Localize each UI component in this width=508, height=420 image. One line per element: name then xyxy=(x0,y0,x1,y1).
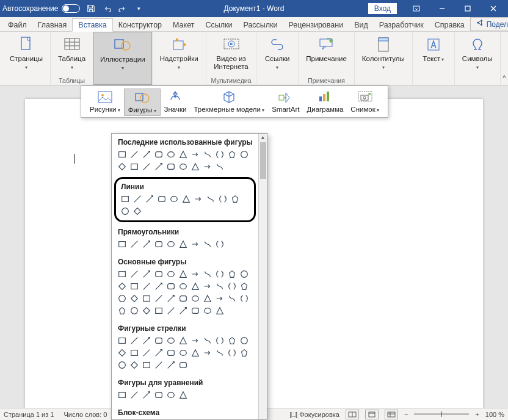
headerfooter-button[interactable]: Колонтитулы xyxy=(360,34,407,78)
shape-item[interactable] xyxy=(178,161,189,172)
shape-item[interactable] xyxy=(165,269,176,280)
page-indicator[interactable]: Страница 1 из 1 xyxy=(4,411,54,418)
3dmodels-button[interactable]: Трехмерные модели xyxy=(190,89,268,116)
shape-item[interactable] xyxy=(202,269,213,280)
shape-item[interactable] xyxy=(190,161,201,172)
qat-dropdown-icon[interactable]: ▾ xyxy=(134,4,143,13)
shape-item[interactable] xyxy=(178,335,189,346)
shape-item[interactable] xyxy=(117,360,128,371)
shape-item[interactable] xyxy=(153,293,164,304)
shape-item[interactable] xyxy=(165,347,176,358)
zoom-slider[interactable] xyxy=(414,413,469,415)
ribbon-display-icon[interactable] xyxy=(404,0,429,17)
shape-item[interactable] xyxy=(153,335,164,346)
shape-item[interactable] xyxy=(239,293,250,304)
shape-item[interactable] xyxy=(190,305,201,316)
links-button[interactable]: Ссылки xyxy=(261,34,293,78)
shape-item[interactable] xyxy=(129,347,140,358)
tab-insert[interactable]: Вставка xyxy=(72,18,112,32)
zoom-out-button[interactable]: − xyxy=(404,411,408,418)
shape-item[interactable] xyxy=(117,149,128,160)
shape-item[interactable] xyxy=(214,347,225,358)
shape-item[interactable] xyxy=(153,389,164,400)
shape-item[interactable] xyxy=(190,239,201,250)
shape-item[interactable] xyxy=(227,281,238,292)
shape-item[interactable] xyxy=(129,335,140,346)
read-mode-button[interactable] xyxy=(346,410,359,419)
shape-item[interactable] xyxy=(214,161,225,172)
shape-item[interactable] xyxy=(129,269,140,280)
shape-item[interactable] xyxy=(117,239,128,250)
symbols-button[interactable]: Символы xyxy=(460,34,495,78)
close-button[interactable] xyxy=(481,0,506,17)
shape-item[interactable] xyxy=(144,194,155,205)
shape-item[interactable] xyxy=(141,293,152,304)
shape-item[interactable] xyxy=(239,335,250,346)
icons-button[interactable]: Значки xyxy=(161,89,191,116)
shape-item[interactable] xyxy=(230,194,241,205)
shape-item[interactable] xyxy=(129,389,140,400)
shape-item[interactable] xyxy=(141,305,152,316)
shape-item[interactable] xyxy=(193,194,204,205)
shape-item[interactable] xyxy=(153,347,164,358)
smartart-button[interactable]: SmartArt xyxy=(268,89,303,116)
shape-item[interactable] xyxy=(227,149,238,160)
shape-item[interactable] xyxy=(153,360,164,371)
shapes-button[interactable]: Фигуры xyxy=(124,89,161,116)
shape-item[interactable] xyxy=(239,149,250,160)
web-layout-button[interactable] xyxy=(385,410,398,419)
shape-item[interactable] xyxy=(141,389,152,400)
shape-item[interactable] xyxy=(239,281,250,292)
login-button[interactable]: Вход xyxy=(368,3,397,14)
shape-item[interactable] xyxy=(178,305,189,316)
shape-item[interactable] xyxy=(165,149,176,160)
collapse-ribbon-button[interactable]: ^ xyxy=(501,32,508,85)
shape-item[interactable] xyxy=(178,347,189,358)
shape-item[interactable] xyxy=(165,305,176,316)
shape-item[interactable] xyxy=(165,161,176,172)
shape-item[interactable] xyxy=(202,149,213,160)
tab-mailings[interactable]: Рассылки xyxy=(238,19,283,31)
shape-item[interactable] xyxy=(129,293,140,304)
shape-item[interactable] xyxy=(117,347,128,358)
shape-item[interactable] xyxy=(202,305,213,316)
shape-item[interactable] xyxy=(120,206,131,217)
shape-item[interactable] xyxy=(153,239,164,250)
shape-item[interactable] xyxy=(129,281,140,292)
shape-item[interactable] xyxy=(178,281,189,292)
save-icon[interactable] xyxy=(86,4,96,13)
shape-item[interactable] xyxy=(153,305,164,316)
shape-item[interactable] xyxy=(227,293,238,304)
shape-item[interactable] xyxy=(141,161,152,172)
shape-item[interactable] xyxy=(202,347,213,358)
shape-item[interactable] xyxy=(217,194,228,205)
shape-item[interactable] xyxy=(153,269,164,280)
shape-item[interactable] xyxy=(117,305,128,316)
shape-item[interactable] xyxy=(156,194,167,205)
focus-mode[interactable]: [□] Фокусировка xyxy=(289,411,339,418)
shape-item[interactable] xyxy=(190,269,201,280)
shape-item[interactable] xyxy=(132,194,143,205)
shape-item[interactable] xyxy=(117,161,128,172)
shape-item[interactable] xyxy=(165,239,176,250)
minimize-button[interactable] xyxy=(430,0,454,17)
shape-item[interactable] xyxy=(117,293,128,304)
shape-item[interactable] xyxy=(214,269,225,280)
shape-item[interactable] xyxy=(129,305,140,316)
shape-item[interactable] xyxy=(178,239,189,250)
shape-item[interactable] xyxy=(214,149,225,160)
shape-item[interactable] xyxy=(165,293,176,304)
shape-item[interactable] xyxy=(239,347,250,358)
gallery-scrollbar[interactable] xyxy=(258,134,267,419)
tab-developer[interactable]: Разработчик xyxy=(374,19,429,31)
shape-item[interactable] xyxy=(214,239,225,250)
shape-item[interactable] xyxy=(214,281,225,292)
shape-item[interactable] xyxy=(190,281,201,292)
tab-layout[interactable]: Макет xyxy=(167,19,200,31)
maximize-button[interactable] xyxy=(455,0,480,17)
shape-item[interactable] xyxy=(181,194,192,205)
shape-item[interactable] xyxy=(227,335,238,346)
shape-item[interactable] xyxy=(141,239,152,250)
shape-item[interactable] xyxy=(165,281,176,292)
shape-item[interactable] xyxy=(117,389,128,400)
